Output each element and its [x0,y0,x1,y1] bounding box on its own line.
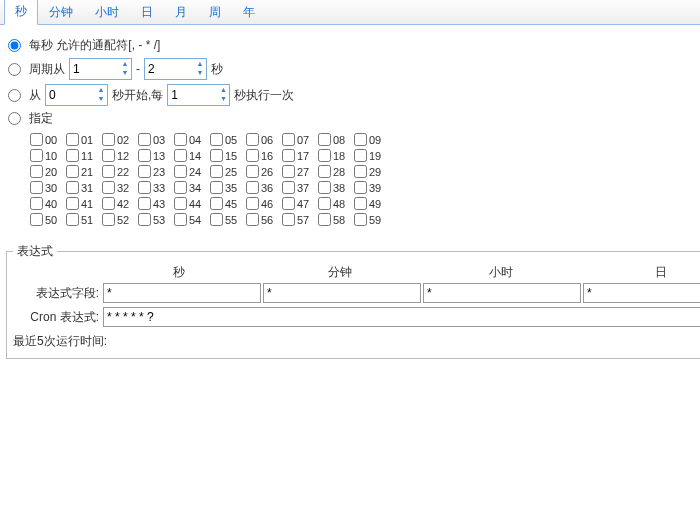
second-cell-47[interactable]: 47 [282,197,318,210]
second-cell-33[interactable]: 33 [138,181,174,194]
second-checkbox-25[interactable] [210,165,223,178]
second-cell-58[interactable]: 58 [318,213,354,226]
second-cell-36[interactable]: 36 [246,181,282,194]
second-checkbox-23[interactable] [138,165,151,178]
second-cell-22[interactable]: 22 [102,165,138,178]
tab-seconds[interactable]: 秒 [4,0,38,25]
second-checkbox-19[interactable] [354,149,367,162]
second-cell-57[interactable]: 57 [282,213,318,226]
second-cell-42[interactable]: 42 [102,197,138,210]
second-cell-54[interactable]: 54 [174,213,210,226]
second-cell-06[interactable]: 06 [246,133,282,146]
second-checkbox-53[interactable] [138,213,151,226]
second-checkbox-54[interactable] [174,213,187,226]
tab-hours[interactable]: 小时 [84,0,130,25]
second-cell-23[interactable]: 23 [138,165,174,178]
second-checkbox-52[interactable] [102,213,115,226]
second-cell-55[interactable]: 55 [210,213,246,226]
second-checkbox-50[interactable] [30,213,43,226]
second-checkbox-02[interactable] [102,133,115,146]
second-cell-44[interactable]: 44 [174,197,210,210]
second-cell-46[interactable]: 46 [246,197,282,210]
second-cell-15[interactable]: 15 [210,149,246,162]
second-checkbox-46[interactable] [246,197,259,210]
second-checkbox-26[interactable] [246,165,259,178]
second-checkbox-17[interactable] [282,149,295,162]
second-cell-38[interactable]: 38 [318,181,354,194]
second-cell-07[interactable]: 07 [282,133,318,146]
second-cell-19[interactable]: 19 [354,149,390,162]
second-cell-51[interactable]: 51 [66,213,102,226]
radio-specify[interactable] [8,112,21,125]
second-cell-16[interactable]: 16 [246,149,282,162]
second-checkbox-06[interactable] [246,133,259,146]
second-cell-21[interactable]: 21 [66,165,102,178]
chevron-up-icon[interactable]: ▲ [194,59,206,68]
second-checkbox-35[interactable] [210,181,223,194]
second-cell-53[interactable]: 53 [138,213,174,226]
second-checkbox-48[interactable] [318,197,331,210]
second-checkbox-42[interactable] [102,197,115,210]
second-checkbox-32[interactable] [102,181,115,194]
second-checkbox-15[interactable] [210,149,223,162]
tab-month[interactable]: 月 [164,0,198,25]
second-cell-24[interactable]: 24 [174,165,210,178]
second-cell-08[interactable]: 08 [318,133,354,146]
second-cell-50[interactable]: 50 [30,213,66,226]
second-cell-48[interactable]: 48 [318,197,354,210]
second-cell-05[interactable]: 05 [210,133,246,146]
second-cell-40[interactable]: 40 [30,197,66,210]
second-checkbox-18[interactable] [318,149,331,162]
second-checkbox-05[interactable] [210,133,223,146]
second-checkbox-33[interactable] [138,181,151,194]
second-cell-01[interactable]: 01 [66,133,102,146]
second-checkbox-09[interactable] [354,133,367,146]
field-hour[interactable] [423,283,581,303]
second-checkbox-28[interactable] [318,165,331,178]
field-day[interactable] [583,283,700,303]
second-checkbox-29[interactable] [354,165,367,178]
second-checkbox-01[interactable] [66,133,79,146]
second-checkbox-16[interactable] [246,149,259,162]
second-checkbox-22[interactable] [102,165,115,178]
second-cell-18[interactable]: 18 [318,149,354,162]
second-checkbox-49[interactable] [354,197,367,210]
radio-every-second[interactable] [8,39,21,52]
second-checkbox-10[interactable] [30,149,43,162]
second-cell-29[interactable]: 29 [354,165,390,178]
second-checkbox-57[interactable] [282,213,295,226]
second-cell-03[interactable]: 03 [138,133,174,146]
second-cell-49[interactable]: 49 [354,197,390,210]
second-checkbox-59[interactable] [354,213,367,226]
second-cell-14[interactable]: 14 [174,149,210,162]
second-checkbox-08[interactable] [318,133,331,146]
second-checkbox-00[interactable] [30,133,43,146]
second-cell-45[interactable]: 45 [210,197,246,210]
chevron-down-icon[interactable]: ▼ [95,94,107,103]
second-cell-17[interactable]: 17 [282,149,318,162]
second-cell-41[interactable]: 41 [66,197,102,210]
second-cell-10[interactable]: 10 [30,149,66,162]
second-checkbox-07[interactable] [282,133,295,146]
second-checkbox-03[interactable] [138,133,151,146]
second-cell-04[interactable]: 04 [174,133,210,146]
second-cell-09[interactable]: 09 [354,133,390,146]
second-cell-30[interactable]: 30 [30,181,66,194]
second-cell-20[interactable]: 20 [30,165,66,178]
second-checkbox-58[interactable] [318,213,331,226]
second-cell-35[interactable]: 35 [210,181,246,194]
chevron-up-icon[interactable]: ▲ [95,85,107,94]
second-checkbox-13[interactable] [138,149,151,162]
second-checkbox-47[interactable] [282,197,295,210]
second-cell-43[interactable]: 43 [138,197,174,210]
second-cell-37[interactable]: 37 [282,181,318,194]
second-cell-32[interactable]: 32 [102,181,138,194]
second-checkbox-38[interactable] [318,181,331,194]
second-checkbox-41[interactable] [66,197,79,210]
second-checkbox-36[interactable] [246,181,259,194]
tab-day[interactable]: 日 [130,0,164,25]
second-cell-39[interactable]: 39 [354,181,390,194]
second-checkbox-20[interactable] [30,165,43,178]
tab-week[interactable]: 周 [198,0,232,25]
from-every-spin[interactable]: ▲▼ [167,84,230,106]
